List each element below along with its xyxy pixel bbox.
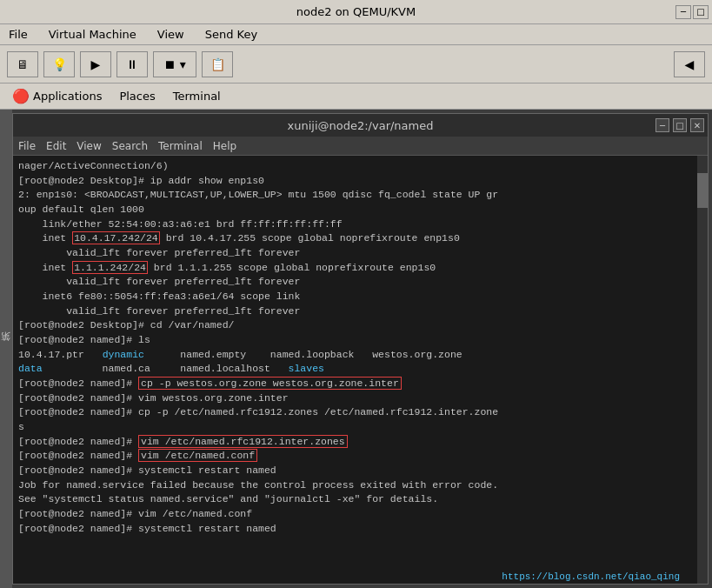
stop-button[interactable]: ⏹ ▾ (153, 51, 196, 77)
term-line-5: link/ether 52:54:00:a3:a6:e1 brd ff:ff:f… (18, 217, 692, 232)
terminal-content[interactable]: nager/ActiveConnection/6) [root@node2 De… (13, 156, 697, 584)
term-line-25: [root@node2 named]# vim /etc/named.conf (18, 507, 692, 522)
terminal-title: xuniji@node2:/var/named (288, 119, 434, 132)
term-line-2: [root@node2 Desktop]# ip addr show enp1s… (18, 174, 692, 189)
term-line-8: inet 1.1.1.242/24 brd 1.1.1.255 scope gl… (18, 261, 692, 276)
app-menu-applications[interactable]: 🔴 Applications (3, 84, 110, 108)
applications-label: Applications (33, 90, 102, 103)
toolbar: 🖥 💡 ▶ ⏸ ⏹ ▾ 📋 ◀ (0, 45, 712, 84)
fullscreen-button[interactable]: ◀ (674, 51, 705, 77)
outer-window-title: node2 on QEMU/KVM (296, 5, 416, 18)
terminal-label: Terminal (173, 90, 221, 103)
terminal-scrollbar[interactable] (697, 156, 708, 584)
minimize-button[interactable]: ─ (675, 5, 691, 19)
term-line-17: [root@node2 named]# vim westos.org.zone.… (18, 391, 692, 406)
maximize-button[interactable]: □ (693, 5, 709, 19)
term-menu-terminal[interactable]: Terminal (158, 140, 203, 152)
outer-window-controls[interactable]: ─ □ (675, 5, 709, 19)
term-menu-edit[interactable]: Edit (46, 140, 66, 152)
term-line-14: 10.4.17.ptr dynamic named.empty named.lo… (18, 348, 692, 363)
term-line-9: valid_lft forever preferred_lft forever (18, 275, 692, 290)
menu-view[interactable]: View (152, 26, 190, 43)
terminal-body[interactable]: nager/ActiveConnection/6) [root@node2 De… (13, 156, 708, 584)
bottom-link[interactable]: https://blog.csdn.net/qiao_qing (502, 571, 680, 582)
app-menu-terminal[interactable]: Terminal (164, 86, 230, 106)
term-menu-search[interactable]: Search (112, 140, 148, 152)
term-line-1: nager/ActiveConnection/6) (18, 159, 692, 174)
screenshot-button[interactable]: 📋 (202, 51, 233, 77)
term-line-13: [root@node2 named]# ls (18, 333, 692, 348)
scroll-thumb[interactable] (697, 173, 708, 208)
vim-conf-highlight: vim /etc/named.conf (138, 449, 257, 462)
term-line-24: See "systemctl status named.service" and… (18, 492, 692, 507)
app-menu-bar: 🔴 Applications Places Terminal (0, 84, 712, 110)
terminal-close[interactable]: ✕ (690, 118, 704, 132)
cp-command-highlight: cp -p westos.org.zone westos.org.zone.in… (138, 377, 402, 390)
outer-title-bar: node2 on QEMU/KVM ─ □ (0, 0, 712, 24)
term-line-3: 2: enp1s0: <BROADCAST,MULTICAST,UP,LOWER… (18, 188, 692, 203)
vim-rfc-highlight: vim /etc/named.rfc1912.inter.zones (138, 435, 348, 448)
menu-send-key[interactable]: Send Key (200, 26, 263, 43)
outer-menu-bar: File Virtual Machine View Send Key (0, 24, 712, 45)
term-menu-help[interactable]: Help (213, 140, 236, 152)
term-line-21: [root@node2 named]# vim /etc/named.conf (18, 449, 692, 464)
main-area: 第 xuniji@node2:/var/named ─ □ ✕ File Edi… (0, 110, 712, 588)
term-line-16: [root@node2 named]# cp -p westos.org.zon… (18, 377, 692, 391)
ip-highlight-1: 10.4.17.242/24 (72, 231, 160, 244)
power-button[interactable]: 💡 (43, 51, 75, 77)
term-line-22: [root@node2 named]# systemctl restart na… (18, 464, 692, 478)
term-line-10: inet6 fe80::5054:ff:fea3:a6e1/64 scope l… (18, 290, 692, 304)
term-line-26: [root@node2 named]# systemctl restart na… (18, 522, 692, 537)
term-menu-view[interactable]: View (77, 140, 101, 152)
pause-button[interactable]: ⏸ (116, 51, 148, 77)
play-button[interactable]: ▶ (80, 51, 111, 77)
toolbar-right: ◀ (674, 51, 705, 77)
terminal-window-controls[interactable]: ─ □ ✕ (655, 118, 704, 132)
terminal-title-bar: xuniji@node2:/var/named ─ □ ✕ (13, 114, 708, 137)
places-label: Places (119, 90, 155, 103)
terminal-maximize[interactable]: □ (673, 118, 687, 132)
applications-icon: 🔴 (12, 88, 30, 104)
term-line-15: data named.ca named.localhost slaves (18, 362, 692, 377)
term-line-12: [root@node2 Desktop]# cd /var/named/ (18, 318, 692, 333)
menu-virtual-machine[interactable]: Virtual Machine (43, 26, 142, 43)
app-menu-places[interactable]: Places (110, 86, 163, 106)
term-menu-file[interactable]: File (18, 140, 36, 152)
term-line-4: oup default qlen 1000 (18, 203, 692, 217)
term-line-20: [root@node2 named]# vim /etc/named.rfc19… (18, 435, 692, 450)
side-strip: 第 (0, 110, 12, 588)
monitor-button[interactable]: 🖥 (7, 51, 38, 77)
terminal-minimize[interactable]: ─ (655, 118, 669, 132)
term-line-7: valid_lft forever preferred_lft forever (18, 246, 692, 261)
terminal-menu: File Edit View Search Terminal Help (13, 137, 708, 156)
term-line-6: inet 10.4.17.242/24 brd 10.4.17.255 scop… (18, 231, 692, 246)
menu-file[interactable]: File (3, 26, 33, 43)
terminal-window: xuniji@node2:/var/named ─ □ ✕ File Edit … (12, 113, 709, 585)
term-line-19: s (18, 420, 692, 435)
term-line-23: Job for named.service failed because the… (18, 478, 692, 493)
term-line-18: [root@node2 named]# cp -p /etc/named.rfc… (18, 405, 692, 420)
term-line-11: valid_lft forever preferred_lft forever (18, 304, 692, 319)
ip-highlight-2: 1.1.1.242/24 (72, 261, 148, 274)
